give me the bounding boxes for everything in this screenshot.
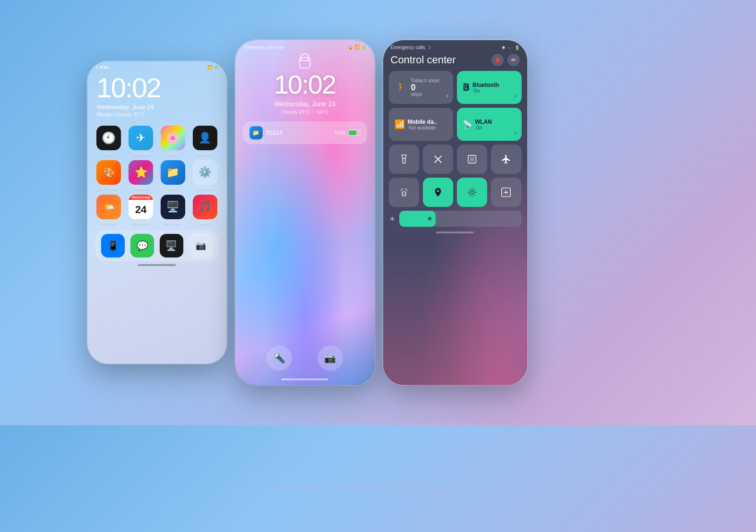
lock-icon-area: [235, 52, 375, 71]
contacts-label: Contacts: [197, 152, 214, 156]
phone-home-screen: 5.7KB/s 📶 🔋 10:02 Wednesday, June 24 Mun…: [87, 61, 227, 364]
lock-wifi-icon: 📶: [354, 45, 360, 50]
app-grid: 🕙 Clock ✈ Telegram 🌸 Gallery 👤 Contacts: [87, 119, 227, 228]
steps-walk-icon: 🚶: [395, 81, 407, 94]
home-clock-area: 10:02 Wednesday, June 24 Munger Cloudy 3…: [87, 71, 227, 119]
notif-right: 68%: [335, 130, 360, 136]
brightness-fill: ☀: [399, 211, 436, 227]
nfc-tile[interactable]: [423, 145, 453, 174]
phone-control-center: Emergency calls ☽ ✱ ···· 🔋 Control cente…: [383, 40, 527, 385]
brightness-track[interactable]: ☀: [399, 211, 522, 227]
cc-status-right: ✱ ···· 🔋: [502, 45, 519, 50]
wlan-arrow: ›: [515, 129, 517, 136]
dock: 📱 💬 🖥️ 📷: [95, 230, 219, 261]
screenshot-svg: [467, 154, 477, 164]
dock-phone[interactable]: 📱: [101, 234, 125, 257]
nfc-svg: [433, 154, 443, 164]
cc-content: Emergency calls ☽ ✱ ···· 🔋 Control cente…: [383, 40, 527, 385]
cc-title: Control center: [391, 54, 456, 66]
battery-bar-notif: [348, 130, 361, 136]
settings-icon: ⚙️: [193, 160, 217, 185]
notification-card[interactable]: 📁 IOS14 68%: [243, 121, 367, 144]
mobile-data-tile[interactable]: 📶 Mobile da.. Not available: [389, 108, 454, 141]
lock-status-right: 🔒 📶 🔋: [348, 45, 366, 50]
app-clock[interactable]: 🕙 Clock: [95, 126, 123, 156]
lock-status-left: Emergency calls only: [244, 45, 284, 50]
status-left-1: 5.7KB/s: [96, 65, 110, 69]
music-icon: 🎵: [193, 195, 217, 219]
steps-arrow: ›: [446, 92, 448, 99]
auto-rotation-tile[interactable]: [457, 178, 487, 207]
wifi-icon: 📶: [207, 65, 212, 69]
mivideo-icon: 🖥️: [161, 195, 185, 219]
app-contacts[interactable]: 👤 Contacts: [191, 126, 219, 156]
app-files[interactable]: 📁 Files: [159, 160, 187, 191]
expand-tile[interactable]: [491, 178, 521, 207]
bluetooth-status: On: [473, 88, 499, 94]
cc-icon-row-1: [389, 145, 522, 174]
svg-rect-3: [470, 157, 474, 161]
camera-icon: 📷: [324, 352, 336, 364]
brightness-slider-row: ☀ ☀: [383, 211, 527, 227]
cc-home-indicator: [436, 232, 474, 233]
music-label: Music: [199, 221, 211, 225]
status-bar-1: 5.7KB/s 📶 🔋: [87, 61, 227, 71]
steps-tile[interactable]: 🚶 Today's steps 0 steps ›: [389, 71, 454, 104]
mobile-data-icon: 📶: [395, 119, 405, 129]
weather-icon: 🌤️: [96, 195, 121, 219]
dock-monitor[interactable]: 🖥️: [160, 234, 183, 257]
cc-record-button[interactable]: ⏺: [491, 54, 504, 66]
app-weather[interactable]: 🌤️ Weather: [95, 195, 123, 225]
gallery-icon: 🌸: [161, 126, 185, 150]
themes-label: Themes: [133, 186, 149, 191]
mobile-status: Not available: [409, 125, 437, 130]
location-tile[interactable]: [423, 178, 453, 207]
app-music[interactable]: 🎵 Music: [191, 195, 219, 225]
steps-unit: steps: [411, 92, 439, 97]
calendar-label: Calendar: [132, 221, 150, 225]
miui-label: MIUI Theme ...: [95, 186, 123, 191]
app-gallery[interactable]: 🌸 Gallery: [159, 126, 187, 156]
lock-rotation-tile[interactable]: [389, 178, 419, 207]
flashlight-button[interactable]: 🔦: [266, 345, 292, 371]
clock-label: Clock: [103, 152, 114, 156]
app-mivideo[interactable]: 🖥️ Mi Video: [159, 195, 187, 225]
wlan-status: On: [476, 125, 492, 130]
files-label: Files: [168, 186, 177, 191]
dock-messages[interactable]: 💬: [130, 234, 154, 257]
camera-button[interactable]: 📷: [318, 345, 343, 371]
cc-title-icons: ⏺ ✏: [491, 54, 520, 66]
screenshot-tile[interactable]: [457, 145, 487, 174]
expand-svg: [501, 187, 511, 197]
airplane-tile[interactable]: [491, 145, 521, 174]
status-right-1: 📶 🔋: [207, 65, 218, 69]
app-miui-theme[interactable]: 🎨 MIUI Theme ...: [95, 160, 123, 191]
lock-time: 10:02: [235, 71, 375, 98]
wlan-tile[interactable]: 📡 WLAN On ›: [457, 108, 522, 141]
app-settings[interactable]: ⚙️ Settings: [191, 160, 219, 191]
wlan-label: WLAN: [475, 119, 492, 125]
app-themes[interactable]: ⭐ Themes: [127, 160, 155, 191]
cc-battery-icon: 🔋: [515, 45, 520, 50]
bluetooth-tile[interactable]: 𝔹 Bluetooth On ›: [457, 71, 522, 104]
bluetooth-top: 𝔹 Bluetooth On: [463, 82, 516, 94]
app-calendar[interactable]: Wednesday 24 Calendar: [127, 195, 155, 225]
lock-battery-icon: 🔋: [361, 45, 366, 50]
wlan-icon: 📡: [463, 120, 472, 129]
gallery-label: Gallery: [166, 152, 180, 156]
flashlight-tile[interactable]: [389, 145, 419, 174]
cc-row-2: 📶 Mobile da.. Not available 📡 WLAN On: [389, 108, 522, 141]
lock-rotation-svg: [399, 187, 409, 197]
cc-edit-button[interactable]: ✏: [507, 54, 520, 66]
notif-app-icon: 📁: [249, 126, 263, 139]
dock-camera[interactable]: 📷: [189, 234, 213, 257]
app-telegram[interactable]: ✈ Telegram: [127, 126, 155, 156]
record-icon: ⏺: [494, 56, 501, 64]
cc-title-row: Control center ⏺ ✏: [383, 52, 527, 71]
home-date: Wednesday, June 24: [97, 103, 217, 111]
miui-icon: 🎨: [96, 160, 121, 185]
mivideo-label: Mi Video: [164, 221, 181, 225]
settings-label: Settings: [197, 186, 213, 191]
lock-bottom-buttons: 🔦 📷: [235, 345, 375, 378]
lock-home-indicator: [281, 378, 328, 380]
